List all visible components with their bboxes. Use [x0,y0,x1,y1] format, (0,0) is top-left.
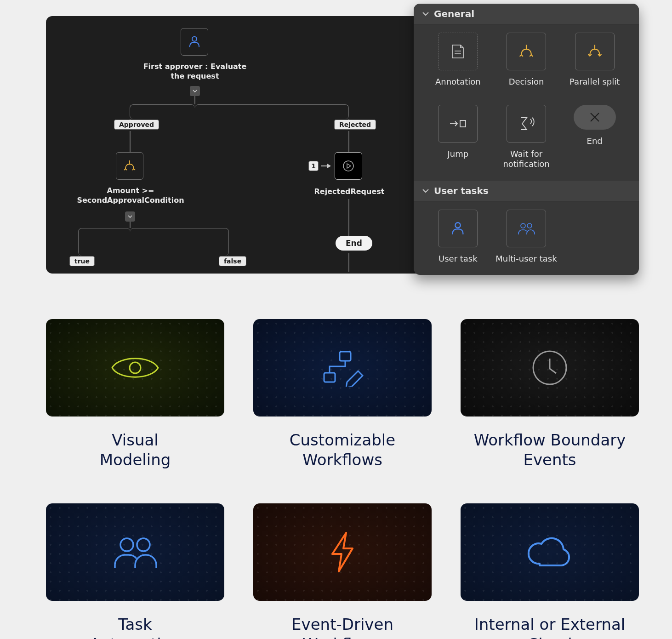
node-label: First approver : Evaluate the request [140,62,250,81]
svg-point-3 [456,223,461,228]
feature-title: Customizable Workflows [290,430,395,469]
feature-boundary-events[interactable]: Workflow Boundary Events [461,319,639,469]
tool-label: User task [439,254,478,264]
palette-items: Annotation Decision Parallel split [414,24,639,181]
svg-point-4 [521,223,525,228]
node-decision[interactable] [116,152,143,180]
feature-title: Event-Driven Workflows [291,615,393,639]
wait-notification-icon [507,105,546,143]
svg-rect-8 [324,373,335,382]
svg-point-6 [130,362,141,373]
feature-tile [461,503,639,601]
tool-parallel-split[interactable]: Parallel split [560,33,629,87]
chevron-down-icon[interactable] [125,211,135,222]
branch-true[interactable]: true [69,256,95,266]
user-icon [188,34,201,49]
arrow-icon [321,165,330,166]
user-task-icon [438,210,478,247]
cloud-icon [526,536,574,568]
tool-decision[interactable]: Decision [492,33,561,87]
branch-approved[interactable]: Approved [114,120,159,130]
section-title: General [434,8,474,19]
tool-wait-notification[interactable]: Wait for notification [492,105,561,170]
svg-point-0 [192,37,197,41]
feature-tile [253,319,432,416]
branch-false[interactable]: false [219,256,246,266]
palette-section-header[interactable]: User tasks [414,181,639,201]
annotation-icon [438,33,478,70]
svg-rect-2 [460,120,466,127]
feature-task-automation[interactable]: Task Automation [46,503,224,639]
branch-rejected[interactable]: Rejected [334,120,376,130]
play-icon [342,160,355,172]
feature-cloud[interactable]: Internal or External Cloud [461,503,639,639]
feature-visual-modeling[interactable]: Visual Modeling [46,319,224,469]
node-user-task[interactable] [181,28,208,56]
sequence-badge: 1 [308,161,319,171]
jump-icon [438,105,478,143]
node-label: Amount >= SecondApprovalCondition [75,186,186,205]
tool-end[interactable]: End [560,105,629,170]
end-icon [574,105,616,130]
blocks-pencil-icon [321,349,364,387]
chevron-down-icon [422,10,429,17]
chevron-down-icon [422,187,429,194]
feature-title: Internal or External Cloud [474,615,626,639]
parallel-split-icon [575,33,615,70]
users-icon [112,534,158,571]
feature-grid: Visual Modeling Customizable Workflows W… [46,319,639,639]
tool-label: Wait for notification [492,149,561,170]
svg-point-1 [343,161,353,171]
node-label: RejectedRequest [294,187,404,197]
svg-point-11 [137,538,150,551]
palette-section-header[interactable]: General [414,4,639,24]
end-node[interactable]: End [336,236,372,251]
feature-customizable-workflows[interactable]: Customizable Workflows [253,319,432,469]
tool-label: Multi-user task [495,254,557,264]
lightning-icon [329,531,356,573]
chevron-down-icon[interactable] [190,86,200,96]
feature-title: Workflow Boundary Events [474,430,626,469]
feature-event-driven[interactable]: Event-Driven Workflows [253,503,432,639]
svg-point-5 [527,223,532,228]
tool-multi-user-task[interactable]: Multi-user task [492,210,561,264]
tool-annotation[interactable]: Annotation [424,33,492,87]
clock-icon [530,348,569,387]
node-subworkflow[interactable] [335,152,362,180]
tool-label: Annotation [435,77,481,87]
feature-tile [461,319,639,416]
multi-user-task-icon [507,210,546,247]
svg-rect-7 [340,352,351,361]
tool-label: End [587,136,603,147]
section-title: User tasks [434,185,489,196]
svg-point-10 [120,538,133,551]
workflow-canvas[interactable]: First approver : Evaluate the request Ap… [46,16,427,274]
feature-title: Visual Modeling [100,430,171,469]
tool-label: Parallel split [569,77,620,87]
feature-tile [46,503,224,601]
feature-tile [46,319,224,416]
svg-point-9 [533,351,566,384]
tool-palette: General Annotation Decision [414,4,639,275]
decision-icon [123,160,137,172]
tool-label: Jump [447,149,468,160]
tool-jump[interactable]: Jump [424,105,492,170]
tool-label: Decision [509,77,544,87]
palette-items: User task Multi-user task [414,201,639,275]
decision-icon [507,33,546,70]
eye-icon [110,352,160,384]
tool-user-task[interactable]: User task [424,210,492,264]
connector [194,96,195,104]
feature-tile [253,503,432,601]
feature-title: Task Automation [90,615,181,639]
